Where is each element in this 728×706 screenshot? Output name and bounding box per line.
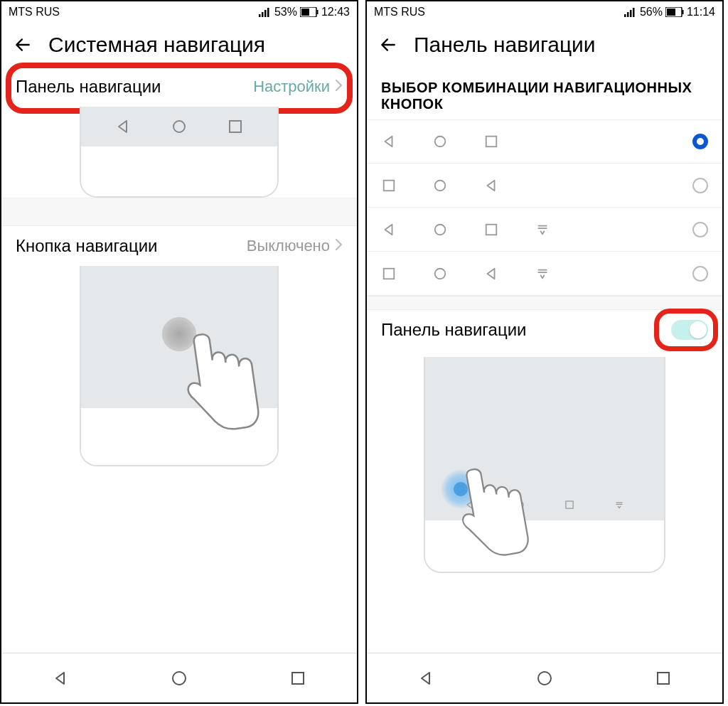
- svg-rect-3: [267, 8, 269, 17]
- time-label: 12:43: [321, 6, 350, 18]
- svg-point-7: [173, 121, 185, 132]
- battery-icon: [300, 7, 318, 17]
- sys-recent-icon[interactable]: [655, 670, 672, 687]
- svg-rect-16: [667, 9, 675, 16]
- radio-button[interactable]: [692, 134, 708, 149]
- status-bar: MTS RUS 53% 12:43: [1, 1, 357, 23]
- system-nav-bar: [367, 653, 722, 702]
- sys-home-icon[interactable]: [171, 670, 188, 687]
- svg-point-21: [435, 180, 446, 191]
- combo-option-2[interactable]: [367, 208, 722, 252]
- svg-rect-8: [230, 121, 241, 132]
- nav-button-label: Кнопка навигации: [16, 236, 158, 256]
- chevron-right-icon: [334, 77, 343, 96]
- recent-square-icon: [483, 134, 499, 149]
- home-circle-icon: [432, 222, 448, 237]
- combo-option-1[interactable]: [367, 164, 722, 208]
- right-phone: MTS RUS 56% 11:14 Панель навигации ВЫБОР…: [365, 0, 724, 704]
- notif-icon: [535, 266, 550, 282]
- carrier-label: MTS RUS: [374, 6, 425, 18]
- nav-panel-toggle-row[interactable]: Панель навигации: [367, 310, 722, 350]
- recent-square-icon: [228, 119, 243, 134]
- svg-point-18: [435, 137, 446, 147]
- preview-navbar-touch: [424, 357, 665, 573]
- preview-navbar: [80, 107, 279, 198]
- divider: [1, 198, 357, 226]
- home-circle-icon: [432, 266, 448, 282]
- time-label: 11:14: [687, 6, 715, 18]
- hand-icon: [168, 323, 269, 450]
- chevron-right-icon: [334, 237, 343, 255]
- svg-point-28: [538, 672, 551, 685]
- svg-point-22: [435, 224, 446, 235]
- combo-option-0[interactable]: [367, 119, 722, 164]
- radio-button[interactable]: [692, 266, 708, 282]
- nav-button-value: Выключено: [247, 237, 330, 255]
- svg-rect-5: [301, 9, 309, 16]
- left-phone: MTS RUS 53% 12:43 Системная навигация Па…: [0, 0, 358, 704]
- back-triangle-icon: [381, 222, 397, 237]
- svg-rect-14: [633, 8, 635, 17]
- page-title: Панель навигации: [414, 33, 596, 57]
- nav-button-row[interactable]: Кнопка навигации Выключено: [1, 226, 357, 266]
- title-bar: Системная навигация: [1, 23, 357, 67]
- status-bar: MTS RUS 56% 11:14: [367, 1, 722, 23]
- home-circle-icon: [432, 178, 448, 193]
- back-triangle-icon: [115, 119, 131, 134]
- signal-icon: [624, 7, 637, 17]
- svg-rect-20: [384, 180, 395, 191]
- notif-icon: [535, 222, 550, 237]
- page-title: Системная навигация: [48, 33, 265, 57]
- recent-square-icon: [483, 222, 499, 237]
- svg-rect-10: [292, 673, 304, 684]
- back-triangle-icon: [483, 178, 499, 193]
- svg-rect-6: [316, 10, 318, 14]
- combo-list: [367, 119, 722, 296]
- recent-square-icon: [564, 500, 574, 510]
- system-nav-bar: [1, 653, 357, 702]
- recent-square-icon: [381, 178, 397, 193]
- nav-panel-label: Панель навигации: [16, 77, 161, 97]
- preview-gesture: [80, 266, 279, 466]
- carrier-label: MTS RUS: [9, 6, 60, 18]
- signal-icon: [259, 7, 272, 17]
- battery-label: 56%: [640, 6, 663, 18]
- home-circle-icon: [432, 134, 448, 149]
- svg-rect-29: [658, 673, 669, 684]
- svg-rect-1: [262, 12, 264, 17]
- svg-rect-24: [384, 268, 395, 279]
- svg-rect-17: [682, 10, 683, 14]
- radio-button[interactable]: [692, 222, 708, 237]
- back-triangle-icon: [381, 134, 397, 149]
- sys-recent-icon[interactable]: [289, 670, 306, 687]
- nav-panel-row[interactable]: Панель навигации Настройки: [1, 67, 357, 107]
- back-triangle-icon: [483, 266, 499, 282]
- notif-icon: [614, 500, 624, 510]
- svg-rect-12: [627, 12, 629, 17]
- svg-rect-13: [630, 10, 632, 17]
- svg-rect-11: [624, 14, 626, 17]
- sys-back-icon[interactable]: [52, 670, 69, 687]
- toggle-label: Панель навигации: [381, 320, 526, 340]
- sys-home-icon[interactable]: [536, 670, 553, 687]
- title-bar: Панель навигации: [367, 23, 722, 67]
- nav-panel-value: Настройки: [253, 77, 330, 96]
- battery-label: 53%: [274, 6, 297, 18]
- recent-square-icon: [381, 266, 397, 282]
- divider: [367, 296, 722, 310]
- combo-option-3[interactable]: [367, 252, 722, 296]
- svg-rect-0: [259, 14, 261, 17]
- svg-rect-19: [486, 137, 497, 147]
- toggle-switch[interactable]: [671, 320, 708, 340]
- battery-icon: [665, 7, 684, 17]
- svg-rect-27: [566, 501, 573, 508]
- back-icon[interactable]: [13, 35, 33, 55]
- sys-back-icon[interactable]: [417, 670, 434, 687]
- svg-rect-23: [486, 224, 497, 235]
- svg-point-9: [173, 672, 186, 685]
- radio-button[interactable]: [692, 178, 708, 193]
- svg-rect-2: [264, 10, 267, 17]
- svg-point-25: [435, 268, 446, 279]
- back-icon[interactable]: [378, 35, 398, 55]
- combo-section-header: ВЫБОР КОМБИНАЦИИ НАВИГАЦИОННЫХ КНОПОК: [367, 67, 722, 119]
